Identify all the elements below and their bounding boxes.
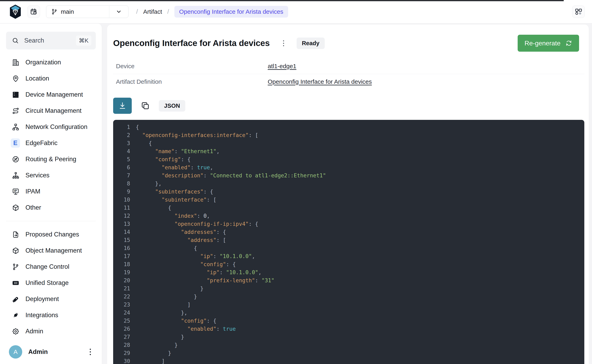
title-menu-button[interactable] bbox=[281, 38, 286, 48]
sidebar-item-label: Other bbox=[26, 204, 41, 211]
code-line: 22 } bbox=[113, 292, 584, 301]
sidebar-item-label: EdgeFabric bbox=[26, 139, 58, 147]
artifact-fields: Device atl1-edge1 Artifact Definition Op… bbox=[113, 58, 584, 89]
sidebar-item-label: Proposed Changes bbox=[26, 231, 79, 238]
git-branch-icon bbox=[51, 8, 58, 15]
breadcrumb-current-page[interactable]: Openconfig Interface for Arista devices bbox=[174, 6, 288, 18]
code-line: 29 } bbox=[113, 349, 584, 357]
code-line: 7 "description": "Connected to atl1-edge… bbox=[113, 171, 584, 180]
code-line-content: "name": "Ethernet1", bbox=[136, 147, 220, 155]
code-line-content: "openconfig-interfaces:interface": [ bbox=[136, 131, 258, 139]
code-line: 1{ bbox=[113, 123, 584, 131]
sidebar-item-deployment[interactable]: Deployment bbox=[0, 291, 102, 307]
code-line-content: "config": { bbox=[136, 260, 236, 268]
sidebar-item-admin[interactable]: Admin bbox=[0, 323, 102, 339]
line-number: 6 bbox=[113, 163, 130, 171]
download-button[interactable] bbox=[113, 98, 132, 114]
ipam-icon: IP bbox=[12, 188, 19, 195]
download-icon bbox=[118, 102, 127, 110]
branch-dropdown-toggle[interactable] bbox=[109, 9, 128, 15]
code-line-content: } bbox=[136, 349, 171, 357]
device-link[interactable]: atl1-edge1 bbox=[268, 63, 296, 70]
user-menu-kebab-icon[interactable] bbox=[88, 347, 93, 357]
code-line: 18 "config": { bbox=[113, 260, 584, 268]
search-input[interactable]: Search ⌘K bbox=[6, 32, 96, 49]
refresh-icon bbox=[565, 40, 572, 47]
sidebar-item-services[interactable]: Services bbox=[0, 167, 102, 183]
sidebar-item-circuit-management[interactable]: Circuit Management bbox=[0, 103, 102, 119]
sidebar-item-ipam[interactable]: IPIPAM bbox=[0, 183, 102, 200]
code-line-content: "ip": "10.1.0.0", bbox=[136, 252, 255, 260]
router-icon bbox=[12, 155, 19, 163]
calendar-button[interactable] bbox=[27, 6, 40, 18]
regenerate-button[interactable]: Re-generate bbox=[518, 35, 579, 52]
sidebar-item-object-management[interactable]: Object Management bbox=[0, 242, 102, 259]
line-number: 25 bbox=[113, 317, 130, 325]
line-number: 13 bbox=[113, 220, 130, 228]
code-line-content: ] bbox=[136, 357, 165, 364]
code-line: 15 "address": [ bbox=[113, 236, 584, 244]
sidebar-item-change-control[interactable]: Change Control bbox=[0, 259, 102, 275]
code-line: 16 { bbox=[113, 244, 584, 252]
line-number: 7 bbox=[113, 171, 130, 180]
search-icon bbox=[12, 37, 19, 44]
code-viewer[interactable]: 1{2 "openconfig-interfaces:interface": [… bbox=[113, 120, 584, 364]
code-line-content: "addresses": { bbox=[136, 228, 226, 236]
copy-button[interactable] bbox=[141, 101, 150, 110]
sidebar-item-device-management[interactable]: Device Management bbox=[0, 87, 102, 103]
rocket-icon bbox=[12, 295, 19, 303]
edgefabric-icon: E bbox=[11, 138, 20, 148]
line-number: 4 bbox=[113, 147, 130, 155]
sidebar-item-unified-storage[interactable]: Unified Storage bbox=[0, 275, 102, 291]
sidebar-item-label: Organization bbox=[26, 59, 61, 66]
sidebar-item-proposed-changes[interactable]: Proposed Changes bbox=[0, 226, 102, 242]
user-name: Admin bbox=[28, 348, 82, 356]
page-title: Openconfig Interface for Arista devices bbox=[113, 38, 270, 48]
line-number: 15 bbox=[113, 236, 130, 244]
sidebar: Search ⌘K OrganizationLocationDevice Man… bbox=[0, 23, 102, 364]
code-line: 8 }, bbox=[113, 180, 584, 188]
code-line: 11 { bbox=[113, 204, 584, 212]
search-placeholder: Search bbox=[24, 37, 76, 44]
artifact-definition-link[interactable]: Openconfig Interface for Arista devices bbox=[268, 78, 372, 85]
line-number: 17 bbox=[113, 252, 130, 260]
branch-selector[interactable]: main bbox=[46, 6, 128, 18]
code-line: 3 { bbox=[113, 139, 584, 147]
sidebar-item-label: Location bbox=[26, 75, 49, 82]
storage-icon bbox=[12, 279, 19, 287]
line-number: 12 bbox=[113, 212, 130, 220]
breadcrumb-artifact-link[interactable]: Artifact bbox=[143, 8, 162, 15]
workflow-icon bbox=[574, 8, 583, 16]
route-icon bbox=[12, 107, 19, 115]
workflow-button[interactable] bbox=[572, 6, 585, 18]
sidebar-item-network-configuration[interactable]: Network Configuration bbox=[0, 119, 102, 135]
line-number: 24 bbox=[113, 309, 130, 317]
breadcrumb-separator: / bbox=[136, 8, 138, 15]
sidebar-item-label: IPAM bbox=[26, 188, 40, 195]
sidebar-item-routing-peering[interactable]: Routing & Peering bbox=[0, 151, 102, 167]
sidebar-item-integrations[interactable]: Integrations bbox=[0, 307, 102, 323]
line-number: 14 bbox=[113, 228, 130, 236]
code-line: 2 "openconfig-interfaces:interface": [ bbox=[113, 131, 584, 139]
sidebar-item-other[interactable]: Other bbox=[0, 200, 102, 216]
code-line-content: { bbox=[136, 139, 152, 147]
sidebar-item-label: Admin bbox=[26, 328, 43, 335]
window-top-strip bbox=[0, 0, 564, 1]
user-menu[interactable]: A Admin bbox=[0, 342, 102, 364]
field-label: Device bbox=[113, 63, 268, 70]
code-line-content: "address": [ bbox=[136, 236, 226, 244]
code-line-content: "index": 0, bbox=[136, 212, 210, 220]
app-logo-icon[interactable] bbox=[10, 4, 21, 19]
line-number: 11 bbox=[113, 204, 130, 212]
regenerate-label: Re-generate bbox=[525, 39, 560, 47]
code-lines: 1{2 "openconfig-interfaces:interface": [… bbox=[113, 123, 584, 364]
format-badge: JSON bbox=[159, 100, 185, 111]
cube-icon bbox=[12, 247, 19, 254]
page: main / Artifact / Openconfig Interface f… bbox=[0, 0, 592, 364]
code-line-content: "prefix-length": "31" bbox=[136, 276, 274, 285]
sidebar-item-organization[interactable]: Organization bbox=[0, 54, 102, 71]
sidebar-item-location[interactable]: Location bbox=[0, 71, 102, 87]
sidebar-item-label: Deployment bbox=[26, 295, 59, 303]
code-line-content: "config": { bbox=[136, 155, 190, 163]
sidebar-item-edgefabric[interactable]: EEdgeFabric bbox=[0, 135, 102, 151]
